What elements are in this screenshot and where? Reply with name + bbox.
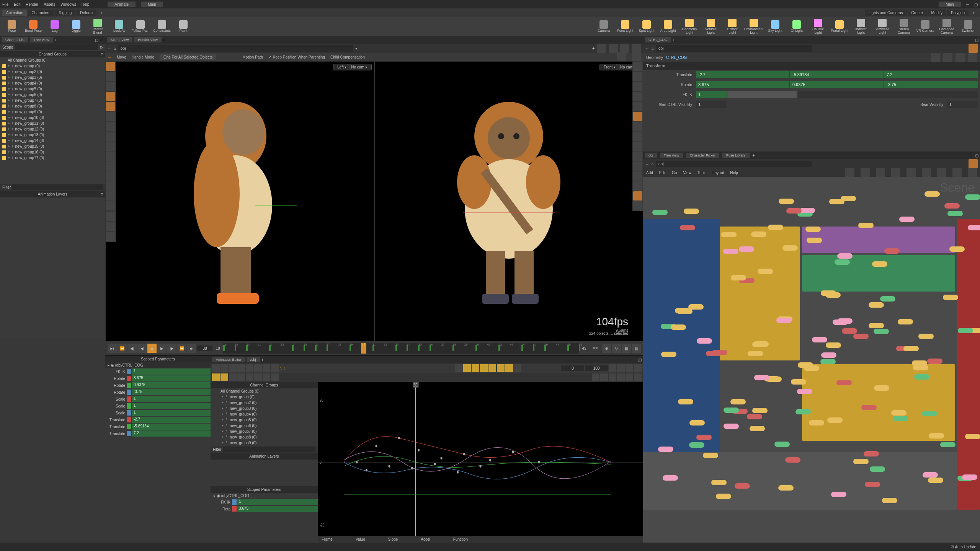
fkik-slider[interactable]	[727, 91, 978, 98]
tree-item[interactable]: ƒ new_group17 (0)	[0, 155, 105, 161]
shelf-follow-path[interactable]: Follow Path	[131, 18, 150, 35]
net-back-icon[interactable]: ←	[645, 162, 649, 166]
network-node[interactable]	[791, 379, 806, 385]
net-menu-go[interactable]: Go	[672, 171, 677, 175]
net-i3-icon[interactable]	[876, 168, 885, 177]
tree-item[interactable]: ƒ new_group11 (0)	[0, 121, 105, 126]
shelf-point-light[interactable]: Point Light	[616, 18, 635, 35]
ae-r4-icon[interactable]	[617, 373, 625, 381]
ae-s1-icon[interactable]	[455, 364, 462, 372]
disp9-icon[interactable]	[633, 161, 642, 171]
ae-curve2-icon[interactable]: ⌇	[283, 366, 285, 370]
current-frame-input[interactable]	[197, 346, 212, 351]
viewport-front[interactable]: Front ▾ No cam ▾ 104fps 9.	[374, 61, 644, 341]
tree-item[interactable]: ƒ new_group12 (0)	[0, 126, 105, 132]
network-node[interactable]	[677, 309, 693, 314]
ae-e2-icon[interactable]	[617, 364, 625, 372]
net-max-icon[interactable]: ▢	[975, 153, 978, 158]
network-node[interactable]	[768, 225, 783, 230]
tree-item[interactable]: ƒ new_group6 (0)	[211, 423, 318, 429]
network-node[interactable]	[805, 227, 821, 232]
network-node[interactable]	[652, 210, 668, 215]
network-node[interactable]	[827, 417, 843, 423]
tree-item[interactable]: ƒ new_group13 (0)	[0, 132, 105, 138]
shelf-tab-characters[interactable]: Characters	[28, 10, 54, 16]
ae-m8-icon[interactable]	[271, 373, 279, 381]
net-i9-icon[interactable]	[968, 168, 977, 177]
ae-e3-icon[interactable]	[626, 364, 633, 372]
network-node[interactable]	[899, 217, 915, 222]
network-node[interactable]	[869, 302, 884, 308]
desktop-tab-main[interactable]: Main	[141, 2, 163, 7]
network-node[interactable]	[965, 194, 980, 200]
shelf-look-at[interactable]: Look At	[109, 18, 129, 35]
network-node[interactable]	[721, 232, 737, 237]
filter-input[interactable]	[12, 184, 103, 190]
tree-item[interactable]: ƒ new_group9 (0)	[211, 440, 318, 446]
one-for-all-dropdown[interactable]: One For All Selected Objects	[160, 54, 216, 60]
disp1-icon[interactable]	[633, 62, 642, 71]
disp4-icon[interactable]	[633, 102, 642, 111]
ae-tree-root[interactable]: All Channel Groups (0)	[211, 388, 318, 394]
network-node[interactable]	[891, 410, 906, 416]
network-node[interactable]	[929, 433, 944, 439]
network-node[interactable]	[750, 426, 765, 431]
gear-icon[interactable]: ⚙	[100, 52, 104, 56]
ae-e4-icon[interactable]	[634, 364, 642, 372]
network-node[interactable]	[797, 389, 812, 394]
network-node[interactable]	[882, 498, 897, 503]
tl-loop-icon[interactable]: ↻	[612, 344, 621, 353]
vp-left-cam[interactable]: No cam ▾	[347, 64, 371, 70]
network-node[interactable]	[837, 253, 853, 259]
ae-t7-icon[interactable]	[263, 364, 270, 372]
network-node[interactable]	[842, 328, 857, 334]
ae-e1-icon[interactable]	[609, 364, 616, 372]
param-row[interactable]: Rotate0.9375	[105, 382, 211, 389]
window-min-icon[interactable]: ─	[966, 2, 969, 7]
network-node[interactable]	[831, 492, 846, 497]
timeline-cursor[interactable]: 30	[361, 343, 366, 354]
ae-t1-icon[interactable]	[212, 364, 220, 372]
network-node[interactable]	[893, 416, 908, 421]
menu-edit[interactable]: Edit	[14, 2, 20, 7]
disp3-icon[interactable]	[633, 82, 642, 91]
net-add-tab-icon[interactable]: +	[753, 153, 755, 158]
tl-opt3-icon[interactable]: ▤	[632, 344, 641, 353]
network-node[interactable]	[858, 223, 874, 228]
network-node[interactable]	[864, 451, 879, 456]
network-node[interactable]	[735, 483, 750, 489]
tree-item[interactable]: ƒ new_group16 (0)	[0, 149, 105, 155]
tab-add-icon[interactable]: +	[163, 38, 165, 42]
tab-render-view[interactable]: Render View	[134, 37, 161, 42]
network-node[interactable]	[661, 352, 676, 357]
ae-m6-icon[interactable]	[254, 373, 262, 381]
translate-z[interactable]: 7.2	[884, 71, 978, 78]
network-node[interactable]	[689, 442, 704, 448]
shelf-tab-create[interactable]: Create	[908, 10, 927, 16]
prev-key-icon[interactable]: ⏪	[118, 344, 127, 353]
tree-item[interactable]: ƒ new_group8 (0)	[0, 103, 105, 109]
shelf-spot-light[interactable]: Spot Light	[637, 18, 656, 35]
network-node[interactable]	[869, 323, 884, 328]
goto-end-icon[interactable]: ⏭	[187, 344, 196, 353]
menu-assets[interactable]: Assets	[44, 2, 55, 7]
tree-item[interactable]: ƒ new_group (0)	[211, 394, 318, 400]
net-menu-add[interactable]: Add	[646, 171, 653, 175]
tree-item[interactable]: ƒ new_group2 (0)	[0, 69, 105, 75]
shelf-ambient-light[interactable]: Ambient Light	[873, 18, 892, 35]
network-node[interactable]	[753, 341, 769, 347]
network-node[interactable]	[962, 474, 977, 480]
ae-s4-icon[interactable]	[480, 364, 488, 372]
ae-range-start[interactable]	[561, 365, 584, 371]
shelf-pose[interactable]: Pose	[2, 18, 21, 35]
network-node[interactable]	[922, 411, 937, 416]
net-tab-tree[interactable]: Tree View	[660, 153, 683, 158]
ae-s8-icon[interactable]	[514, 364, 521, 372]
network-node[interactable]	[826, 342, 841, 348]
network-node[interactable]	[928, 478, 943, 483]
network-node[interactable]	[821, 290, 836, 296]
ae-r2-icon[interactable]	[600, 373, 608, 381]
network-node[interactable]	[663, 475, 678, 481]
menu-windows[interactable]: Windows	[60, 2, 76, 7]
network-node[interactable]	[751, 231, 766, 237]
